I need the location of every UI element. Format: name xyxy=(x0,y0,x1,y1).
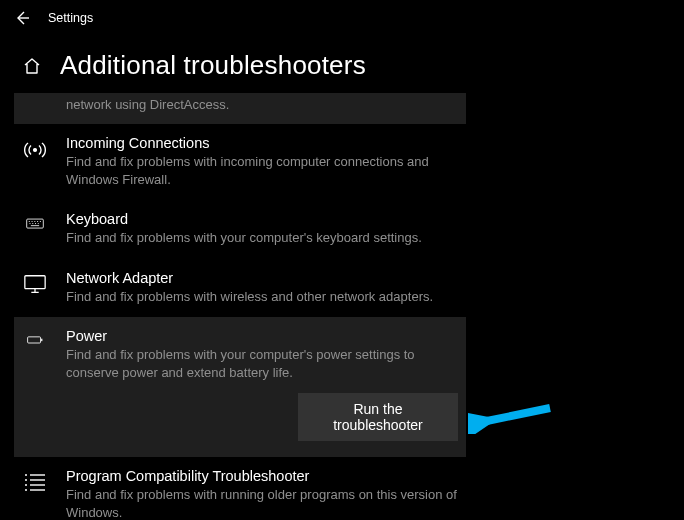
item-title: Incoming Connections xyxy=(66,135,458,151)
home-icon[interactable] xyxy=(22,56,42,76)
monitor-icon xyxy=(22,272,48,298)
annotation-arrow xyxy=(468,398,558,434)
list-settings-icon xyxy=(22,470,48,496)
item-desc: network using DirectAccess. xyxy=(66,97,458,112)
list-item-power[interactable]: Power Find and fix problems with your co… xyxy=(14,317,466,457)
list-item-incoming-connections[interactable]: Incoming Connections Find and fix proble… xyxy=(14,124,466,200)
item-desc: Find and fix problems with wireless and … xyxy=(66,288,458,306)
item-title: Program Compatibility Troubleshooter xyxy=(66,468,458,484)
back-icon[interactable] xyxy=(14,10,30,26)
svg-rect-13 xyxy=(25,275,45,288)
item-desc: Find and fix problems with your computer… xyxy=(66,346,458,381)
item-title: Keyboard xyxy=(66,211,458,227)
item-title: Power xyxy=(66,328,458,344)
svg-line-26 xyxy=(482,408,550,422)
battery-icon xyxy=(22,330,48,356)
item-title: Network Adapter xyxy=(66,270,458,286)
item-desc: Find and fix problems with your computer… xyxy=(66,229,458,247)
item-desc: Find and fix problems with incoming comp… xyxy=(66,153,458,188)
svg-rect-17 xyxy=(41,339,42,341)
list-item-program-compatibility[interactable]: Program Compatibility Troubleshooter Fin… xyxy=(14,457,466,520)
page-title: Additional troubleshooters xyxy=(60,50,366,81)
list-item-cutoff[interactable]: network using DirectAccess. xyxy=(14,93,466,124)
item-desc: Find and fix problems with running older… xyxy=(66,486,458,520)
app-name: Settings xyxy=(48,11,93,25)
troubleshooter-list: network using DirectAccess. Incoming Con… xyxy=(0,93,466,520)
svg-point-1 xyxy=(34,149,37,152)
broadcast-icon xyxy=(22,137,48,163)
keyboard-icon xyxy=(22,213,48,239)
run-troubleshooter-button[interactable]: Run the troubleshooter xyxy=(298,393,458,441)
svg-rect-16 xyxy=(28,337,41,343)
list-item-network-adapter[interactable]: Network Adapter Find and fix problems wi… xyxy=(14,259,466,318)
list-item-keyboard[interactable]: Keyboard Find and fix problems with your… xyxy=(14,200,466,259)
